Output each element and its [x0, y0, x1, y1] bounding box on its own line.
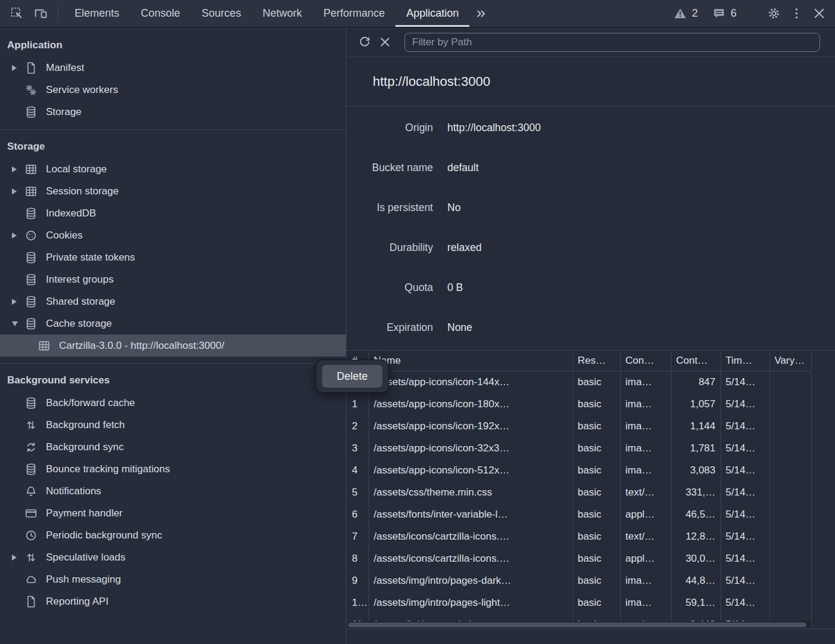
- expander-collapsed-icon[interactable]: [12, 65, 19, 71]
- sidebar-item-cache-cartzilla[interactable]: Cartzilla-3.0.0 - http://localhost:3000/: [0, 335, 346, 357]
- expander-expanded-icon[interactable]: [12, 321, 19, 326]
- cache-entry-row[interactable]: 1 /assets/app-icons/icon-180x… basic ima…: [347, 393, 811, 415]
- entry-number: 1…: [347, 592, 369, 614]
- tab-performance[interactable]: Performance: [313, 0, 395, 27]
- preview-pane-strip: [347, 628, 835, 644]
- cache-entry-row[interactable]: 6 /assets/fonts/inter-variable-l… basic …: [347, 503, 811, 525]
- issues-badge[interactable]: 6: [712, 7, 737, 20]
- expander-collapsed-icon[interactable]: [12, 233, 19, 239]
- cache-entry-row[interactable]: 3 /assets/app-icons/icon-32x3… basic ima…: [347, 437, 811, 459]
- inspect-element-button[interactable]: [5, 0, 29, 27]
- refresh-button[interactable]: [354, 32, 375, 52]
- entry-vary: [769, 371, 811, 393]
- cookie-icon: [24, 229, 38, 242]
- sidebar-item-cookies[interactable]: Cookies: [0, 224, 346, 246]
- cloud-icon: [24, 573, 38, 586]
- entry-name: /assets/app-icons/icon-512x…: [369, 459, 573, 481]
- cache-entry-row[interactable]: 7 /assets/icons/cartzilla-icons.… basic …: [347, 525, 811, 547]
- database-icon: [24, 251, 38, 264]
- clear-button[interactable]: [375, 32, 395, 52]
- column-header-time-cached[interactable]: Tim…: [720, 351, 769, 371]
- close-devtools-button[interactable]: [808, 6, 830, 21]
- clear-x-icon: [378, 35, 392, 49]
- cache-entry-row[interactable]: 5 /assets/css/theme.min.css basic text/……: [347, 481, 811, 503]
- sidebar-item-push-messaging[interactable]: Push messaging: [0, 568, 346, 590]
- metadata-value: relaxed: [447, 242, 481, 254]
- sidebar-item-background-fetch[interactable]: Background fetch: [0, 414, 346, 436]
- entry-vary: [769, 569, 811, 592]
- entry-time-cached: 5/14…: [720, 503, 769, 525]
- sidebar-item-session-storage[interactable]: Session storage: [0, 180, 346, 202]
- tab-elements[interactable]: Elements: [64, 0, 130, 27]
- entry-number: 7: [347, 525, 369, 547]
- kebab-menu-button[interactable]: [785, 6, 808, 21]
- expander-collapsed-icon[interactable]: [12, 299, 19, 305]
- sidebar-item-label: Payment handler: [46, 507, 123, 519]
- sidebar-item-indexeddb[interactable]: IndexedDB: [0, 202, 346, 224]
- device-toolbar-button[interactable]: [29, 0, 52, 27]
- sidebar-item-interest-groups[interactable]: Interest groups: [0, 268, 346, 290]
- sidebar-item-label: Speculative loads: [46, 552, 125, 564]
- cache-entry-row[interactable]: 8 /assets/icons/cartzilla-icons.… basic …: [347, 547, 811, 569]
- entry-content-length: 3,083: [671, 459, 720, 481]
- tab-sources[interactable]: Sources: [191, 0, 252, 27]
- sidebar-item-storage[interactable]: Storage: [0, 101, 346, 123]
- sidebar-item-notifications[interactable]: Notifications: [0, 480, 346, 502]
- sidebar-item-periodic-background-sync[interactable]: Periodic background sync: [0, 524, 346, 546]
- filter-toolbar: [347, 27, 835, 57]
- settings-button[interactable]: [762, 6, 785, 21]
- table-icon: [24, 163, 38, 176]
- column-header-response-type[interactable]: Res…: [573, 351, 620, 371]
- entry-number: 4: [347, 459, 369, 481]
- horizontal-scrollbar[interactable]: [347, 621, 811, 628]
- entry-content-type: text/…: [620, 481, 671, 503]
- entry-time-cached: 5/14…: [720, 437, 769, 459]
- entry-number: 6: [347, 503, 369, 525]
- column-header-name[interactable]: Name: [369, 351, 573, 371]
- sync-icon: [24, 441, 38, 454]
- filter-by-path-input[interactable]: [404, 33, 820, 52]
- cache-entry-row[interactable]: 2 /assets/app-icons/icon-192x… basic ima…: [347, 415, 811, 437]
- sidebar-item-manifest[interactable]: Manifest: [0, 57, 346, 79]
- sidebar-item-bounce-tracking-mitigations[interactable]: Bounce tracking mitigations: [0, 458, 346, 480]
- cache-entries-table-wrap: # Name Res… Con… Cont… Tim… Vary…: [347, 350, 835, 628]
- sidebar-item-back-forward-cache[interactable]: Back/forward cache: [0, 392, 346, 414]
- sidebar-item-background-sync[interactable]: Background sync: [0, 436, 346, 458]
- sidebar-item-speculative-loads[interactable]: Speculative loads: [0, 546, 346, 568]
- sidebar-item-shared-storage[interactable]: Shared storage: [0, 290, 346, 312]
- cache-entry-row[interactable]: 0 /assets/app-icons/icon-144x… basic ima…: [347, 371, 811, 393]
- sidebar-item-reporting-api[interactable]: Reporting API: [0, 590, 346, 612]
- cache-entry-row[interactable]: 9 /assets/img/intro/pages-dark… basic im…: [347, 569, 811, 592]
- sidebar-item-service-workers[interactable]: Service workers: [0, 79, 346, 101]
- sidebar-item-payment-handler[interactable]: Payment handler: [0, 502, 346, 524]
- column-header-content-type[interactable]: Con…: [620, 351, 671, 371]
- expander-collapsed-icon[interactable]: [12, 555, 19, 561]
- sidebar-item-cache-storage[interactable]: Cache storage: [0, 312, 346, 335]
- sidebar-item-private-state-tokens[interactable]: Private state tokens: [0, 246, 346, 268]
- entry-vary: [769, 437, 811, 459]
- tab-application[interactable]: Application: [395, 0, 469, 27]
- sidebar-item-local-storage[interactable]: Local storage: [0, 158, 346, 180]
- scrollbar-thumb[interactable]: [348, 623, 806, 627]
- tab-console[interactable]: Console: [130, 0, 191, 27]
- warnings-badge[interactable]: 2: [673, 7, 698, 20]
- refresh-icon: [358, 35, 372, 49]
- cache-entry-row[interactable]: 4 /assets/app-icons/icon-512x… basic ima…: [347, 459, 811, 481]
- context-menu-delete[interactable]: Delete: [322, 365, 382, 388]
- expander-collapsed-icon[interactable]: [12, 188, 19, 194]
- column-header-vary[interactable]: Vary…: [769, 351, 811, 371]
- sidebar-item-label: IndexedDB: [46, 208, 96, 219]
- chevrons-right-icon: [475, 7, 488, 20]
- column-header-content-length[interactable]: Cont…: [671, 351, 720, 371]
- entry-time-cached: 5/14…: [720, 459, 769, 481]
- entry-content-type: ima…: [620, 393, 671, 415]
- entry-number: 9: [347, 569, 369, 592]
- tab-network[interactable]: Network: [252, 0, 313, 27]
- expander-collapsed-icon[interactable]: [12, 166, 19, 172]
- entry-time-cached: 5/14…: [720, 547, 769, 569]
- entry-content-length: 847: [671, 371, 720, 393]
- cache-entry-row[interactable]: 1… /assets/img/intro/pages-light… basic …: [347, 592, 811, 614]
- sidebar-item-label: Bounce tracking mitigations: [46, 463, 170, 475]
- more-tabs-button[interactable]: [469, 0, 493, 27]
- entry-content-type: ima…: [620, 371, 671, 393]
